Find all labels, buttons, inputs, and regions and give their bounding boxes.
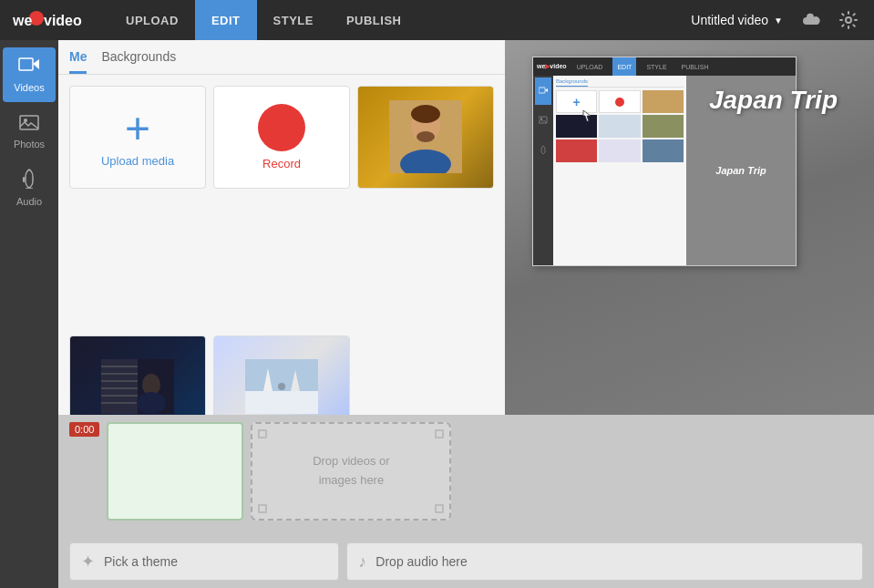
mini-japan-text: Japan Trip — [715, 165, 766, 176]
svg-point-25 — [137, 392, 166, 414]
mini-logo-text: we▶video — [537, 63, 567, 70]
svg-rect-32 — [539, 88, 545, 93]
mini-upload-tab: UPLOAD — [572, 57, 608, 76]
mini-publish-tab: PUBLISH — [677, 57, 714, 76]
cloud-button[interactable] — [796, 4, 828, 36]
gear-icon — [839, 11, 858, 29]
mini-edit-tab: EDIT — [612, 57, 636, 76]
videos-icon — [18, 57, 40, 78]
office-scene — [101, 359, 174, 414]
project-title-text: Untitled video — [691, 13, 768, 27]
sidebar-label-audio: Audio — [16, 196, 42, 207]
nav-tab-style[interactable]: STYLE — [257, 0, 330, 40]
svg-rect-28 — [245, 391, 318, 414]
thumbnail-1[interactable] — [357, 86, 494, 189]
svg-point-13 — [411, 105, 440, 123]
audio-icon — [21, 169, 37, 192]
mini-style-tab: STYLE — [642, 57, 671, 76]
media-tab-backgrounds[interactable]: Backgrounds — [101, 49, 176, 74]
svg-rect-6 — [20, 116, 38, 129]
winter-scene — [245, 359, 318, 414]
japan-trip-text: Japan Trip — [709, 86, 838, 115]
drop-zone[interactable]: Drop videos or images here — [251, 422, 451, 521]
cloud-icon — [802, 12, 822, 28]
nav-tab-upload[interactable]: UPLOAD — [109, 0, 195, 40]
plus-icon: + — [125, 107, 150, 150]
time-label: 0:00 — [69, 422, 99, 437]
audio-label: Drop audio here — [375, 554, 467, 569]
theme-icon: ✦ — [81, 552, 95, 572]
person-silhouette — [389, 100, 462, 173]
settings-button[interactable] — [832, 4, 865, 36]
svg-point-3 — [846, 17, 851, 23]
svg-marker-33 — [545, 88, 548, 92]
bottom-bars: ✦ Pick a theme ♪ Drop audio here — [69, 542, 863, 581]
sidebar-item-audio[interactable]: Audio — [3, 160, 56, 215]
record-dot-icon — [258, 104, 305, 151]
theme-bar[interactable]: ✦ Pick a theme — [69, 542, 339, 581]
drop-zone-label: Drop videos or images here — [313, 452, 390, 490]
svg-rect-4 — [19, 58, 33, 70]
svg-marker-5 — [33, 59, 39, 69]
project-title-area[interactable]: Untitled video ▼ — [691, 13, 783, 27]
title-dropdown-arrow: ▼ — [774, 15, 783, 26]
timeline-area: 0:00 Drop videos or images here ✦ Pick a… — [58, 415, 874, 588]
upload-media-label: Upload media — [101, 154, 174, 168]
sidebar-label-videos: Videos — [14, 82, 44, 93]
timeline-clip[interactable] — [107, 422, 243, 521]
photos-icon — [19, 113, 39, 135]
svg-text:we: we — [12, 13, 32, 28]
sidebar-item-videos[interactable]: Videos — [3, 47, 56, 102]
thumb-person-bg — [358, 87, 493, 188]
record-label: Record — [262, 157, 301, 170]
record-cell[interactable]: Record — [213, 86, 350, 189]
sidebar-item-photos[interactable]: Photos — [3, 104, 56, 159]
sidebar: Videos Photos Audio — [0, 40, 58, 588]
svg-point-31 — [278, 383, 285, 390]
svg-point-15 — [416, 131, 435, 142]
media-tabs: Me Backgrounds — [58, 40, 505, 75]
cursor-icon — [581, 108, 592, 123]
upload-media-cell[interactable]: + Upload media — [69, 86, 206, 189]
theme-label: Pick a theme — [104, 554, 178, 569]
sidebar-label-photos: Photos — [14, 139, 45, 150]
svg-rect-17 — [101, 359, 138, 414]
nav-tab-edit[interactable]: EDIT — [195, 0, 257, 40]
nav-tabs: UPLOAD EDIT STYLE PUBLISH — [109, 0, 417, 40]
top-nav: we video UPLOAD EDIT STYLE PUBLISH Untit… — [0, 0, 874, 40]
audio-bar[interactable]: ♪ Drop audio here — [346, 542, 863, 581]
svg-point-35 — [540, 118, 542, 119]
svg-text:video: video — [44, 13, 82, 28]
nav-tab-publish[interactable]: PUBLISH — [330, 0, 418, 40]
media-tab-me[interactable]: Me — [69, 49, 87, 74]
app-logo[interactable]: we video — [9, 5, 91, 35]
music-note-icon: ♪ — [358, 552, 366, 572]
